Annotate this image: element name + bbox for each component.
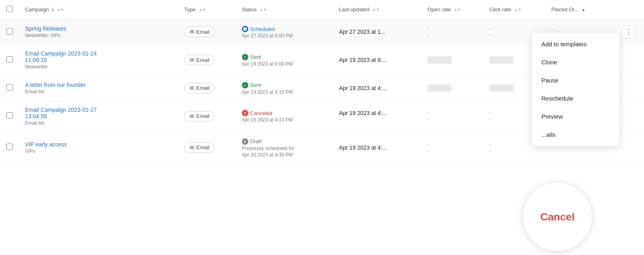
row-1-placed: - (551, 25, 609, 32)
click-sort-icon[interactable]: ▲▼ (514, 8, 522, 12)
cancel-circle[interactable]: Cancel (523, 183, 592, 251)
row-5-status-label: Draft (250, 138, 262, 144)
row-5-updated-cell: Apr 19 2023 at 4:... (332, 132, 421, 163)
row-4-checkbox[interactable] (6, 112, 13, 119)
row-3-type-cell: ✉ Email (178, 76, 235, 101)
row-5-campaign-cell: VIP early access VIPs (19, 132, 178, 163)
row-3-actions-cell (616, 76, 644, 101)
row-1-campaign-sub: Newsletter, VIPs (25, 33, 171, 38)
row-2-type-badge: ✉ Email (184, 55, 215, 65)
row-2-status-sub: Apr 19 2023 at 8:00 PM (242, 61, 326, 67)
row-4-checkbox-cell[interactable] (0, 101, 19, 132)
status-sort-icon[interactable]: ▲▼ (260, 8, 267, 12)
row-2-updated: Apr 19 2023 at 8:... (339, 57, 415, 63)
row-3-campaign-name[interactable]: A letter from our founder (25, 82, 86, 88)
row-5-actions-cell (616, 132, 644, 163)
row-3-status-label: Sent (250, 82, 261, 88)
col-header-type[interactable]: Type ▲▼ (178, 0, 235, 19)
col-header-click-rate[interactable]: Click rate ▲▼ (483, 0, 545, 19)
row-3-campaign-sub: Email list (25, 89, 171, 95)
row-4-updated-cell: Apr 19 2023 at 4:... - (332, 101, 421, 132)
dropdown-pause[interactable]: Pause (532, 71, 619, 89)
placed-sort-icon[interactable]: ▲ (582, 8, 585, 12)
row-2-status-dot: ✓ (242, 54, 248, 60)
row-4-campaign-name2: 13:04:58 (25, 113, 171, 119)
row-5-campaign-name[interactable]: VIP early access (25, 141, 67, 148)
row-5-open-cell: - - (421, 132, 483, 163)
type-sort-icon[interactable]: ▲▼ (199, 8, 206, 12)
col-status-label: Status (242, 6, 257, 12)
col-updated-label: Last updated (339, 6, 369, 12)
row-1-checkbox[interactable] (6, 28, 13, 35)
dropdown-clone[interactable]: Clone (532, 53, 619, 71)
row-5-open: - (427, 141, 477, 148)
row-5-checkbox[interactable] (6, 144, 13, 150)
row-2-status-cell: ✓ Sent Apr 19 2023 at 8:00 PM (235, 45, 333, 76)
row-2-status-badge: ✓ Sent (242, 54, 261, 60)
col-header-placed-or[interactable]: Placed Or... ▲ (545, 0, 616, 19)
row-5-type-badge: ✉ Email (184, 142, 215, 153)
select-all-cell[interactable] (0, 0, 19, 19)
row-5-type-cell: ✉ Email (178, 132, 235, 163)
col-header-campaign[interactable]: Campaign ℹ ▲▼ (19, 0, 178, 19)
col-header-status[interactable]: Status ▲▼ (235, 0, 333, 19)
campaigns-table-container: Campaign ℹ ▲▼ Type ▲▼ Status ▲▼ Last upd… (0, 0, 644, 255)
dropdown-details[interactable]: ...ails (532, 125, 619, 144)
row-4-open2: - (427, 116, 477, 123)
row-4-status-badge: ✕ Canceled (242, 110, 272, 116)
mail-icon: ✉ (190, 57, 194, 63)
row-2-click-placeholder (489, 56, 514, 64)
row-1-campaign-name[interactable]: Spring Releases (25, 25, 66, 32)
row-1-actions-cell[interactable]: ⋮ (616, 19, 644, 45)
row-2-checkbox[interactable] (6, 56, 13, 63)
row-3-open-placeholder (427, 84, 452, 92)
row-1-updated-cell: Apr 27 2023 at 1... (332, 19, 421, 45)
dropdown-preview[interactable]: Preview (532, 107, 619, 125)
row-2-status-label: Sent (250, 54, 261, 60)
dropdown-reschedule[interactable]: Reschedule (532, 89, 619, 107)
row-1-type-cell: ✉ Email (178, 19, 235, 45)
row-1-campaign-cell: Spring Releases Newsletter, VIPs (19, 19, 178, 45)
context-dropdown-menu: Add to templates Clone Pause Reschedule … (531, 32, 620, 146)
mail-icon: ✉ (190, 29, 194, 35)
mail-icon: ✉ (190, 144, 194, 151)
updated-sort-icon[interactable]: ▲▼ (372, 8, 380, 12)
row-1-updated: Apr 27 2023 at 1... (339, 29, 415, 35)
row-1-more-button[interactable]: ⋮ (622, 25, 635, 38)
row-3-status-sub: Apr 19 2023 at 4:15 PM (242, 89, 326, 95)
row-5-status-dot: ⏸ (242, 138, 248, 145)
row-4-campaign-name[interactable]: Email Campaign 2023-01-27 (25, 107, 97, 113)
row-1-type-label: Email (196, 29, 210, 35)
row-2-type-label: Email (196, 57, 210, 63)
info-icon: ℹ (52, 7, 54, 12)
row-3-type-label: Email (196, 85, 210, 91)
row-1-type-badge: ✉ Email (184, 27, 215, 37)
mail-icon: ✉ (190, 113, 194, 119)
row-4-type-label: Email (196, 113, 210, 119)
row-4-updated: Apr 19 2023 at 4:... (339, 110, 415, 116)
row-5-status-badge: ⏸ Draft (242, 138, 262, 145)
row-4-campaign-sub: Email list (25, 120, 171, 126)
row-1-open2: - (427, 32, 477, 38)
col-header-last-updated[interactable]: Last updated ▲▼ (332, 0, 421, 19)
mail-icon: ✉ (190, 85, 194, 91)
col-campaign-label: Campaign (25, 6, 49, 12)
row-1-checkbox-cell[interactable] (0, 19, 19, 45)
open-sort-icon[interactable]: ▲▼ (454, 8, 461, 12)
row-5-checkbox-cell[interactable] (0, 132, 19, 163)
row-3-checkbox[interactable] (6, 84, 13, 90)
cancel-label: Cancel (540, 211, 574, 223)
row-3-type-badge: ✉ Email (184, 83, 215, 93)
dropdown-add-to-templates[interactable]: Add to templates (532, 35, 619, 53)
row-5-click2: - (489, 148, 539, 154)
row-3-checkbox-cell[interactable] (0, 76, 19, 101)
campaign-sort-icon[interactable]: ▲▼ (57, 8, 64, 12)
col-header-open-rate[interactable]: Open rate ▲▼ (421, 0, 483, 19)
select-all-checkbox[interactable] (6, 6, 13, 12)
row-2-checkbox-cell[interactable] (0, 45, 19, 76)
row-3-click-placeholder (489, 84, 514, 92)
row-2-campaign-name[interactable]: Email Campaign 2023-01-24 (25, 50, 97, 57)
row-3-campaign-cell: A letter from our founder Email list (19, 76, 178, 101)
row-1-open: - (427, 25, 477, 32)
row-4-open: - (427, 110, 477, 116)
